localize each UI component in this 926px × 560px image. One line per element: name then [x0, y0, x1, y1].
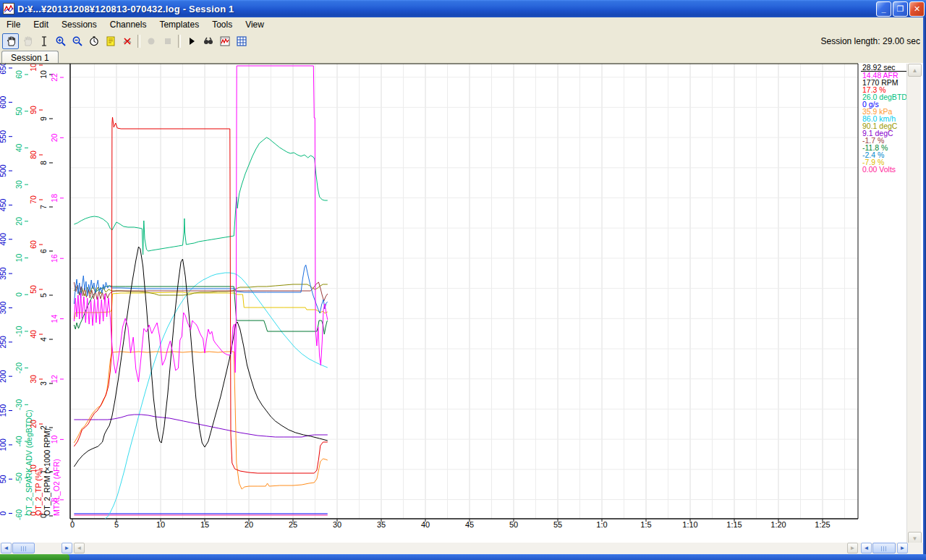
menu-bar: FileEditSessionsChannelsTemplatesToolsVi… — [0, 17, 926, 33]
notes-icon[interactable] — [102, 33, 119, 49]
rpm-axis-tick: 10 — [39, 70, 48, 79]
afr-axis-tick: 18 — [50, 194, 59, 203]
time-axis-tick: 55 — [553, 520, 562, 529]
legend-vertical-scrollbar[interactable]: ▲ ▼ — [906, 64, 921, 544]
afr-axis-tick: 14 — [50, 315, 59, 323]
spark-advance-axis-tick: -20 — [14, 362, 23, 373]
delete-marker-icon[interactable] — [119, 33, 135, 49]
time-axis-tick: 10 — [156, 520, 165, 529]
throttle-axis-tick: 70 — [29, 195, 38, 204]
pan-hand-icon[interactable] — [2, 33, 19, 49]
toolbar-separator — [137, 35, 140, 48]
throttle-axis-tick: 20 — [29, 420, 38, 428]
menu-templates[interactable]: Templates — [153, 18, 205, 31]
play-icon[interactable] — [183, 33, 200, 49]
unnamed-blue-axis-tick: 100 — [0, 438, 7, 451]
afr-axis-tick: 10 — [50, 435, 59, 444]
time-axis-tick: 50 — [509, 520, 518, 529]
spark-advance-axis-tick: 20 — [14, 217, 23, 226]
chart-scroll-right-icon[interactable]: ► — [847, 543, 858, 553]
scroll-up-icon[interactable]: ▲ — [908, 64, 922, 77]
chart-scroll-left-icon[interactable]: ◄ — [74, 543, 85, 553]
afr-axis-tick: 20 — [50, 133, 59, 142]
toolbar-separator — [178, 35, 181, 48]
strip-chart-icon[interactable] — [216, 33, 233, 49]
windows-taskbar[interactable] — [0, 554, 926, 560]
legend-scroll-left-icon[interactable]: ◄ — [861, 543, 872, 553]
rpm-axis-tick: 7 — [39, 205, 48, 209]
log-chart[interactable]: 6506005505004504003503002502001501005006… — [0, 63, 926, 543]
spark-advance-axis-tick: -60 — [14, 509, 23, 520]
logworks-window: D:¥...¥20131208¥120813-070432.log - Sess… — [0, 0, 926, 560]
zoom-in-icon[interactable] — [52, 33, 69, 49]
spark-advance-axis-tick: 0 — [14, 292, 23, 297]
ibeam-cursor-icon[interactable] — [35, 33, 52, 49]
time-axis-tick: 1:5 — [640, 520, 651, 529]
unnamed-blue-axis-tick: 350 — [0, 267, 7, 280]
time-axis-tick: 1:10 — [682, 520, 697, 529]
toolbar: Session length: 29.00 sec — [0, 32, 926, 50]
table-view-icon[interactable] — [233, 33, 250, 49]
axes-scroll-thumb[interactable] — [12, 543, 35, 553]
axes-scroll-left-icon[interactable]: ◄ — [1, 543, 12, 553]
menu-edit[interactable]: Edit — [27, 18, 55, 31]
time-axis-tick: 1:20 — [770, 520, 786, 529]
spark-advance-axis-tick: -30 — [14, 399, 23, 410]
find-icon[interactable] — [200, 33, 216, 49]
afr-axis-tick: 12 — [50, 375, 59, 383]
throttle-axis-tick: 30 — [29, 375, 38, 383]
afr-axis-title: MTXL_O2 (AFR) — [52, 459, 61, 516]
series-intake-temp — [74, 415, 327, 437]
series-trim-yellow — [75, 292, 328, 319]
close-button[interactable]: ✕ — [909, 1, 925, 17]
time-axis-tick: 5 — [114, 520, 119, 529]
tab-label: Session 1 — [11, 53, 49, 63]
session-length-label: Session length: 29.00 sec — [821, 36, 920, 46]
rpm-axis-tick: 8 — [39, 161, 48, 165]
menu-sessions[interactable]: Sessions — [55, 18, 103, 31]
unnamed-blue-axis-tick: 150 — [0, 404, 7, 417]
menu-channels[interactable]: Channels — [103, 18, 153, 31]
spark-advance-axis-tick: 40 — [14, 143, 23, 152]
window-title: D:¥...¥20131208¥120813-070432.log - Sess… — [17, 4, 876, 14]
menu-tools[interactable]: Tools — [205, 18, 239, 31]
record-icon[interactable] — [143, 33, 159, 49]
stop-icon[interactable] — [159, 33, 176, 49]
time-axis-tick: 0 — [70, 520, 75, 529]
start-button-fragment[interactable] — [0, 554, 69, 560]
legend-scroll-thumb[interactable] — [872, 543, 896, 553]
menu-view[interactable]: View — [239, 18, 271, 31]
chart-area: 6506005505004504003503002502001501005006… — [0, 63, 926, 543]
axes-scroll-right-icon[interactable]: ► — [61, 543, 72, 553]
time-axis-tick: 20 — [245, 520, 253, 529]
unnamed-blue-axis-tick: 50 — [0, 475, 7, 483]
unnamed-blue-axis-tick: 400 — [0, 233, 7, 246]
title-bar[interactable]: D:¥...¥20131208¥120813-070432.log - Sess… — [0, 0, 926, 17]
unnamed-blue-axis-tick: 250 — [0, 336, 7, 349]
time-axis-tick: 1:25 — [815, 520, 830, 529]
time-axis-tick: 15 — [200, 520, 209, 529]
stopwatch-icon[interactable] — [85, 33, 102, 49]
series-map-kpa — [74, 352, 327, 489]
restore-button[interactable]: ❐ — [893, 1, 908, 17]
menu-file[interactable]: File — [0, 18, 27, 31]
time-axis-tick: 1:0 — [596, 520, 607, 529]
time-axis-tick: 35 — [377, 520, 386, 529]
zoom-out-icon[interactable] — [69, 33, 85, 49]
hand-disabled-icon[interactable] — [19, 33, 35, 49]
spark-advance-axis-tick: -40 — [14, 436, 23, 446]
legend-item: 0.00 Volts — [861, 166, 906, 173]
time-axis-tick: 40 — [421, 520, 430, 529]
time-axis-tick: 45 — [465, 520, 474, 529]
throttle-axis-title: OT_2_TP (%) — [34, 469, 43, 516]
spark-advance-axis-tick: -10 — [14, 326, 23, 336]
afr-axis-tick: 22 — [50, 73, 59, 82]
unnamed-blue-axis-tick: 0 — [0, 511, 7, 515]
spark-advance-axis-tick: 50 — [14, 107, 23, 116]
minimize-button[interactable]: _ — [876, 1, 891, 17]
horizontal-scrollbar-row: ◄ ► ◄ ► ◄ ► — [0, 543, 926, 554]
legend-scroll-right-icon[interactable]: ► — [897, 543, 908, 553]
unnamed-blue-axis-tick: 500 — [0, 164, 7, 177]
spark-advance-axis-tick: 30 — [14, 180, 23, 189]
tab-session-1[interactable]: Session 1 — [1, 51, 59, 64]
